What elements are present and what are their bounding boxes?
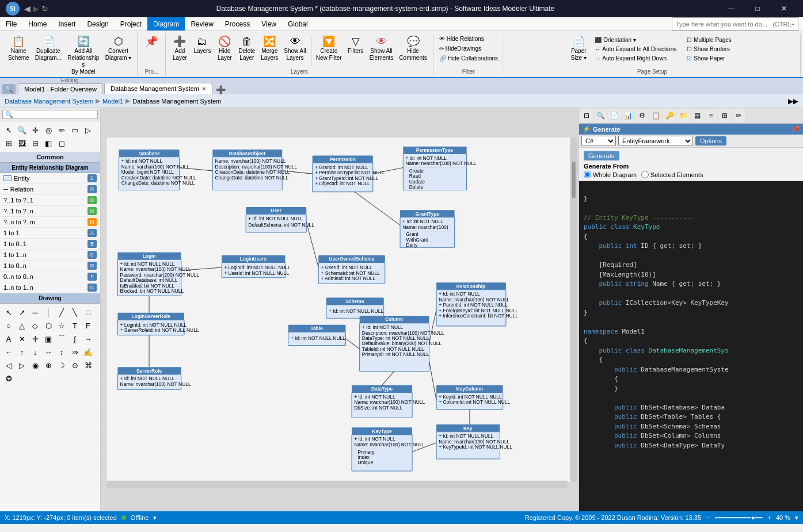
ribbon-hide-drawings[interactable]: ✏ HideDrawings (437, 44, 484, 53)
draw-hex[interactable]: ⬡ (42, 319, 55, 332)
ribbon-multiple-pages[interactable]: ☐ Multiple Pages (684, 36, 734, 44)
status-zoom-slider[interactable]: ━━━━━━━━━●━━ (715, 514, 763, 522)
panel-icon-3[interactable]: 📄 (608, 109, 621, 122)
panel-icon-1[interactable]: ⊡ (580, 109, 593, 122)
menu-view[interactable]: View (256, 17, 282, 30)
draw-star[interactable]: ☆ (55, 319, 68, 332)
status-zoom-dropdown[interactable]: ▾ (795, 514, 798, 522)
draw-rect2[interactable]: ▣ (42, 332, 55, 345)
status-dropdown-icon[interactable]: ▾ (153, 514, 157, 522)
tool-grid[interactable]: ⊞ (2, 137, 15, 150)
draw-line-d2[interactable]: ╲ (68, 306, 81, 319)
draw-cross[interactable]: ✕ (16, 332, 28, 345)
draw-arrow-nw[interactable]: ↖ (2, 306, 15, 319)
draw-arrow-lr[interactable]: ↔ (42, 346, 55, 358)
tool-image[interactable]: 🖼 (16, 137, 28, 150)
draw-arrow-l[interactable]: ← (2, 346, 15, 358)
ribbon-hide-layer[interactable]: 🚫 HideLayer (214, 35, 235, 63)
panel-icon-9[interactable]: ▤ (691, 109, 703, 122)
ribbon-layers[interactable]: 🗂 Layers (191, 35, 213, 56)
breadcrumb-root[interactable]: Database Management System (5, 98, 93, 105)
ribbon-create-new-filter[interactable]: 🔽 CreateNew Filter (314, 35, 344, 63)
tool-rectangle[interactable]: ▭ (68, 124, 81, 136)
menu-insert[interactable]: Insert (52, 17, 81, 30)
draw-text-T[interactable]: T (68, 319, 81, 332)
sidebar-1-to-1n[interactable]: 1 to 1..n C (0, 250, 100, 261)
panel-icon-11[interactable]: ⊞ (718, 109, 731, 122)
ribbon-add-layer[interactable]: ➕ AddLayer (169, 35, 190, 63)
radio-selected-elements[interactable]: Selected Elements (641, 171, 703, 178)
draw-icon2[interactable]: ▷ (16, 359, 28, 372)
menu-process[interactable]: Process (219, 17, 256, 30)
menu-search-input[interactable] (672, 17, 798, 30)
tab-database-management[interactable]: Database Management System ✕ (104, 83, 212, 94)
ribbon-show-borders[interactable]: ☐ Show Borders (684, 45, 734, 53)
sidebar-1-to-0n[interactable]: 1 to 0..n D (0, 261, 100, 271)
ribbon-delete-layer[interactable]: 🗑 DeleteLayer (236, 35, 257, 63)
panel-icon-10[interactable]: ≡ (705, 109, 717, 122)
draw-arc[interactable]: ⌒ (55, 332, 68, 345)
draw-icon5[interactable]: ☽ (55, 359, 68, 372)
draw-icon8[interactable]: ❂ (2, 372, 15, 385)
ribbon-paper-size[interactable]: 📄 PaperSize ▾ (568, 35, 589, 63)
radio-whole-diagram[interactable]: Whole Diagram (584, 171, 637, 178)
tool-table[interactable]: ⊟ (29, 137, 41, 150)
sidebar-1-to-1[interactable]: 1 to 1 A (0, 228, 100, 239)
sidebar-optn-to-optm[interactable]: ?..n to ?..m M (0, 217, 100, 228)
breadcrumb-model[interactable]: Model1 (102, 98, 123, 105)
tool-add[interactable]: ✛ (29, 124, 41, 136)
draw-line-d1[interactable]: ╱ (55, 306, 68, 319)
menu-design[interactable]: Design (81, 17, 114, 30)
ribbon-auto-expand-all[interactable]: ↔ Auto Expand In All Directions (592, 45, 679, 53)
ribbon-add-all-relationships[interactable]: 🔄 Add All RelationshipsBy Model (65, 35, 102, 77)
ribbon-orientation[interactable]: ⬛ Orientation ▾ (592, 36, 679, 44)
ribbon-show-all-layers[interactable]: 👁 Show AllLayers (281, 35, 308, 63)
ribbon-hide-relations[interactable]: 👁 Hide Relations (437, 35, 486, 43)
ribbon-hide-collaborations[interactable]: 🔗 Hide Collaborations (437, 54, 500, 63)
minimize-button[interactable]: — (718, 0, 744, 17)
tool-zoom[interactable]: 🔍 (16, 124, 28, 136)
sidebar-1n-to-1n[interactable]: 1..n to 1..n G (0, 282, 100, 293)
menu-diagram[interactable]: Diagram (147, 17, 185, 30)
draw-icon1[interactable]: ◁ (2, 359, 15, 372)
draw-icon4[interactable]: ⊕ (42, 359, 55, 372)
panel-icon-8[interactable]: 📁 (677, 109, 690, 122)
draw-line-v[interactable]: │ (42, 306, 55, 319)
breadcrumb-expand[interactable]: ▶▶ (788, 97, 798, 105)
ribbon-show-all-elements[interactable]: 👁 Show AllElements (367, 35, 396, 63)
draw-pen[interactable]: ✍ (82, 346, 94, 358)
tool-pencil[interactable]: ✏ (55, 124, 68, 136)
tool-icon2[interactable]: ◻ (55, 137, 68, 150)
tool-arrow[interactable]: ▷ (82, 124, 94, 136)
draw-text-A[interactable]: A (2, 332, 15, 345)
draw-arrow-ne[interactable]: ↗ (16, 306, 28, 319)
close-button[interactable]: ✕ (771, 0, 797, 17)
options-button[interactable]: Options (695, 136, 726, 146)
ribbon-pro-btn[interactable]: 📌 (141, 35, 162, 48)
tab-add-button[interactable]: ➕ (214, 85, 228, 94)
toolbar-back[interactable]: ◀ (24, 4, 31, 13)
draw-plus[interactable]: ✛ (29, 332, 41, 345)
menu-file[interactable]: File (0, 17, 22, 30)
menu-global[interactable]: Global (282, 17, 314, 30)
panel-icon-6[interactable]: 📋 (649, 109, 662, 122)
sidebar-1-to-01[interactable]: 1 to 0..1 B (0, 239, 100, 250)
draw-rect[interactable]: □ (82, 306, 94, 319)
ribbon-auto-expand-right[interactable]: → Auto Expand Right Down (592, 54, 679, 63)
status-zoom-in[interactable]: + (767, 514, 771, 521)
diagram-canvas[interactable]: Database + Id: int NOT NULL Name: varcha… (101, 108, 579, 511)
ribbon-name-scheme[interactable]: 📋 NameScheme (6, 35, 32, 63)
radio-whole-input[interactable] (584, 171, 591, 178)
generate-button[interactable]: Generate (584, 151, 619, 160)
draw-text-F[interactable]: F (82, 319, 94, 332)
canvas-area[interactable]: Database + Id: int NOT NULL Name: varcha… (101, 108, 579, 511)
ribbon-merge-layers[interactable]: 🔀 MergeLayers (258, 35, 280, 63)
menu-review[interactable]: Review (185, 17, 219, 30)
panel-icon-5[interactable]: ⚙ (635, 109, 648, 122)
panel-icon-4[interactable]: 📊 (622, 109, 634, 122)
ribbon-hide-comments[interactable]: 💬 HideComments (397, 35, 429, 63)
panel-icon-7[interactable]: 🔑 (663, 109, 676, 122)
ribbon-duplicate-diagram[interactable]: 📄 DuplicateDiagram... (33, 35, 64, 63)
draw-arrow-u[interactable]: ↑ (16, 346, 28, 358)
sidebar-relation[interactable]: ─ Relation R (0, 184, 100, 195)
